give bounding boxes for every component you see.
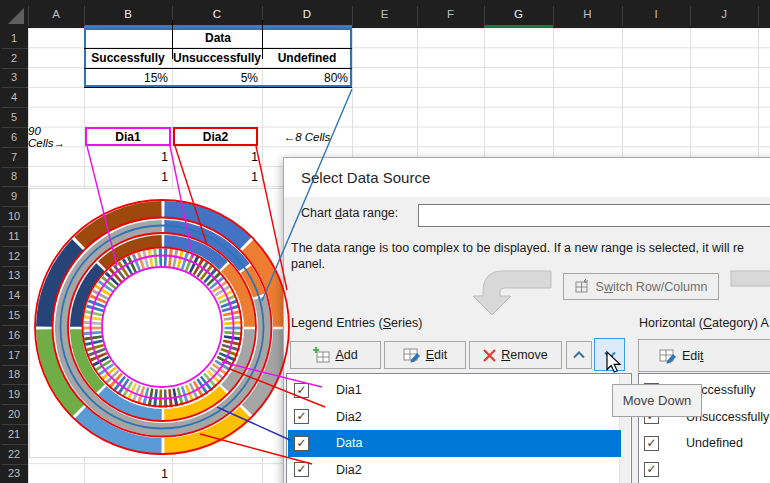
checkbox[interactable]: ✓ (294, 462, 309, 477)
edit-categories-icon (659, 348, 677, 364)
legend-series-Dia2[interactable]: ✓Dia2 (288, 457, 621, 483)
add-icon (313, 347, 330, 363)
checkbox[interactable]: ✓ (294, 436, 309, 451)
row-header-16[interactable]: 16 (0, 325, 28, 345)
row-header-21[interactable]: 21 (0, 424, 28, 444)
edit-series-button[interactable]: Edit (384, 341, 466, 369)
checkbox[interactable]: ✓ (294, 383, 309, 398)
row-divider (2, 365, 28, 366)
row-header-3[interactable]: 3 (0, 68, 28, 88)
row-header-23[interactable]: 23 (0, 464, 28, 483)
table-inner-border (84, 68, 352, 69)
row-divider (2, 285, 28, 286)
row-divider (2, 127, 28, 128)
cell-b23[interactable]: 1 (84, 464, 168, 483)
column-header-J[interactable]: J (690, 0, 758, 28)
legend-series-Data[interactable]: ✓Data (288, 430, 621, 457)
row-divider (2, 424, 28, 425)
row-divider (2, 226, 28, 227)
chevron-up-icon (571, 348, 587, 362)
horizontal-category-label: Horizontal (Category) A (639, 316, 769, 330)
select-all-corner[interactable] (0, 0, 28, 28)
cell-c7[interactable]: 1 (172, 147, 258, 166)
chart-data-range-label: Chart data range: (301, 206, 398, 220)
row-divider (2, 404, 28, 405)
warning-text-line1: The data range is too complex to be disp… (291, 241, 744, 255)
dialog-title: Select Data Source (284, 158, 770, 197)
row-header-2[interactable]: 2 (0, 48, 28, 68)
row-header-10[interactable]: 10 (0, 206, 28, 226)
cell-c8[interactable]: 1 (172, 167, 258, 186)
row-header-5[interactable]: 5 (0, 107, 28, 127)
column-header-A[interactable]: A (28, 0, 84, 28)
row-header-13[interactable]: 13 (0, 266, 28, 286)
checkbox[interactable]: ✓ (644, 462, 659, 477)
row-header-20[interactable]: 20 (0, 404, 28, 424)
column-header-E[interactable]: E (352, 0, 417, 28)
row-header-19[interactable]: 19 (0, 384, 28, 404)
legend-entries-label: Legend Entries (Series) (291, 316, 422, 330)
row-header-6[interactable]: 6 (0, 127, 28, 147)
row-header-14[interactable]: 14 (0, 285, 28, 305)
remove-icon (483, 349, 496, 362)
move-up-button[interactable] (566, 341, 592, 369)
chevron-down-icon (602, 348, 618, 362)
column-header-I[interactable]: I (622, 0, 690, 28)
legend-series-Dia2[interactable]: ✓Dia2 (288, 404, 621, 431)
cell-note-8cells[interactable]: ←8 Cells (262, 127, 352, 146)
add-series-button[interactable]: Add (290, 341, 381, 369)
cell-b7[interactable]: 1 (84, 147, 168, 166)
edit-icon (403, 347, 421, 363)
curved-arrow-icon (471, 266, 553, 320)
header-divider (484, 6, 485, 26)
cell-dia1[interactable]: Dia1 (85, 127, 171, 146)
switch-row-column-icon (575, 279, 591, 294)
row-header-4[interactable]: 4 (0, 87, 28, 107)
legend-series-Dia1[interactable]: ✓Dia1 (288, 377, 621, 404)
row-divider (2, 107, 28, 108)
doughnut-chart[interactable] (29, 188, 297, 458)
row-header-9[interactable]: 9 (0, 186, 28, 206)
chart-data-range-input[interactable] (418, 204, 770, 227)
row-header-8[interactable]: 8 (0, 167, 28, 187)
row-header-11[interactable]: 11 (0, 226, 28, 246)
row-divider (2, 325, 28, 326)
header-divider (84, 6, 85, 26)
column-header-F[interactable]: F (417, 0, 484, 28)
row-divider (2, 87, 28, 88)
row-divider (2, 186, 28, 187)
remove-series-button[interactable]: Remove (469, 341, 562, 369)
row-divider (2, 147, 28, 148)
category-blank-3[interactable]: ✓ (640, 457, 770, 483)
row-header-1[interactable]: 1 (0, 28, 28, 48)
row-header-7[interactable]: 7 (0, 147, 28, 167)
header-divider (352, 6, 353, 26)
cell-dia2[interactable]: Dia2 (173, 127, 258, 146)
cell-note-90cells[interactable]: 90 Cells→ (28, 127, 80, 146)
row-header-17[interactable]: 17 (0, 345, 28, 365)
row-header-15[interactable]: 15 (0, 305, 28, 325)
row-header-12[interactable]: 12 (0, 246, 28, 266)
remove-label: Remove (501, 348, 548, 362)
move-down-tooltip: Move Down (612, 384, 702, 417)
switch-row-column-label: Switch Row/Column (596, 280, 708, 294)
legend-series-label: Dia2 (336, 463, 362, 477)
category-Undefined[interactable]: ✓Undefined (640, 430, 770, 457)
header-divider (417, 6, 418, 26)
legend-series-list[interactable]: ✓Dia1✓Dia2✓Data✓Dia2 (286, 373, 632, 483)
switch-row-column-button[interactable]: Switch Row/Column (563, 273, 719, 300)
checkbox[interactable]: ✓ (294, 409, 309, 424)
cell-b8[interactable]: 1 (84, 167, 168, 186)
row-divider (2, 48, 28, 49)
checkbox[interactable]: ✓ (644, 436, 659, 451)
legend-series-label: Dia1 (336, 383, 362, 397)
header-divider (553, 6, 554, 26)
column-header-H[interactable]: H (553, 0, 622, 28)
row-divider (2, 464, 28, 465)
row-header-22[interactable]: 22 (0, 444, 28, 464)
move-down-button[interactable] (594, 338, 625, 371)
row-header-18[interactable]: 18 (0, 365, 28, 385)
edit-categories-button[interactable]: Edit (638, 339, 770, 372)
header-divider (690, 6, 691, 26)
category-label: Undefined (686, 436, 743, 450)
